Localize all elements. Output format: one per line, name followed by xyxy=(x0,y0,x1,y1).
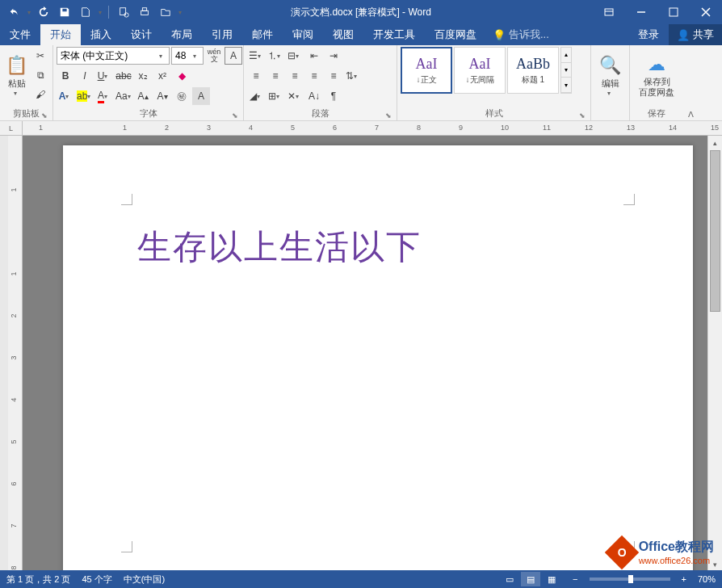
document-text[interactable]: 生存以上生活以下 xyxy=(137,225,422,270)
tab-baidu[interactable]: 百度网盘 xyxy=(425,24,486,45)
shrink-font-button[interactable]: A▾ xyxy=(153,87,171,105)
watermark-url: www.office26.com xyxy=(639,556,714,565)
clipboard-launcher[interactable]: ⬊ xyxy=(41,111,48,120)
find-button[interactable]: 🔍 编辑 ▾ xyxy=(594,47,626,105)
tab-developer[interactable]: 开发工具 xyxy=(363,24,425,45)
underline-button[interactable]: U▾ xyxy=(95,67,113,85)
distributed-button[interactable]: ≡ xyxy=(325,67,342,85)
style-normal[interactable]: AaI↓正文 xyxy=(401,47,452,94)
borders-button[interactable]: ⊞▾ xyxy=(267,87,284,105)
style-heading1[interactable]: AaBb标题 1 xyxy=(507,47,559,94)
styles-scroll-up[interactable]: ▴ xyxy=(561,48,571,63)
tab-design[interactable]: 设计 xyxy=(121,24,162,45)
open-button[interactable] xyxy=(156,2,175,22)
superscript-button[interactable]: x² xyxy=(153,67,171,85)
grow-font-button[interactable]: A▴ xyxy=(134,87,152,105)
multilevel-list-button[interactable]: ⊟▾ xyxy=(286,47,304,65)
text-effects-button[interactable]: A▾ xyxy=(57,87,74,105)
tab-insert[interactable]: 插入 xyxy=(81,24,121,45)
tell-me-search[interactable]: 💡告诉我... xyxy=(486,24,556,45)
strikethrough-button[interactable]: abc xyxy=(115,67,132,85)
change-case-button[interactable]: Aa▾ xyxy=(115,87,132,105)
qat-customize[interactable]: ▾ xyxy=(177,2,183,22)
clear-formatting-button[interactable]: ◆ xyxy=(173,67,191,85)
save-to-baidu-button[interactable]: ☁ 保存到 百度网盘 xyxy=(633,47,680,105)
styles-gallery[interactable]: AaI↓正文 AaI↓无间隔 AaBb标题 1 ▴ ▾ ▾ xyxy=(401,47,572,102)
tab-review[interactable]: 审阅 xyxy=(283,24,323,45)
phonetic-guide-button[interactable]: wén文 xyxy=(205,47,223,65)
zoom-level[interactable]: 70% xyxy=(698,574,716,584)
paragraph-launcher[interactable]: ⬊ xyxy=(385,111,392,120)
align-center-button[interactable]: ≡ xyxy=(267,67,284,85)
enclose-char-button[interactable]: ㊙ xyxy=(173,87,191,105)
minimize-button[interactable] xyxy=(625,0,657,24)
font-color-button[interactable]: A▾ xyxy=(95,87,113,105)
copy-button[interactable]: ⧉ xyxy=(31,66,49,84)
highlight-button[interactable]: ab▾ xyxy=(76,87,94,105)
new-dropdown[interactable]: ▾ xyxy=(97,2,103,22)
tab-file[interactable]: 文件 xyxy=(0,24,40,45)
tab-references[interactable]: 引用 xyxy=(202,24,242,45)
shading-button[interactable]: ◢▾ xyxy=(247,87,265,105)
ribbon-options-button[interactable] xyxy=(593,0,625,24)
paste-button[interactable]: 📋 粘贴 ▾ xyxy=(3,47,30,105)
maximize-button[interactable] xyxy=(657,0,690,24)
zoom-in-button[interactable]: + xyxy=(682,574,686,584)
character-border-button[interactable]: A xyxy=(225,47,242,65)
font-launcher[interactable]: ⬊ xyxy=(232,111,238,120)
zoom-out-button[interactable]: − xyxy=(573,574,577,584)
increase-indent-button[interactable]: ⇥ xyxy=(325,47,342,65)
sort-button[interactable]: A↓ xyxy=(305,87,323,105)
page[interactable]: 生存以上生活以下 xyxy=(63,145,693,572)
styles-scroll-down[interactable]: ▾ xyxy=(561,63,571,78)
login-button[interactable]: 登录 xyxy=(628,24,669,45)
vertical-ruler[interactable]: 112345678 xyxy=(8,136,23,572)
new-button[interactable] xyxy=(76,2,95,22)
styles-launcher[interactable]: ⬊ xyxy=(579,111,586,120)
format-painter-button[interactable]: 🖌 xyxy=(31,86,49,103)
redo-button[interactable] xyxy=(34,2,53,22)
save-button[interactable] xyxy=(55,2,74,22)
styles-expand[interactable]: ▾ xyxy=(561,78,571,93)
cut-button[interactable]: ✂ xyxy=(31,47,49,65)
numbering-button[interactable]: ⒈▾ xyxy=(267,47,284,65)
font-size-combo[interactable]: 48▾ xyxy=(171,47,204,65)
bold-button[interactable]: B xyxy=(57,67,74,85)
undo-dropdown[interactable]: ▾ xyxy=(26,2,32,22)
page-status[interactable]: 第 1 页，共 2 页 xyxy=(6,573,70,586)
collapse-ribbon-button[interactable]: ᐱ xyxy=(688,110,694,119)
close-button[interactable] xyxy=(690,0,722,24)
document-viewport[interactable]: 生存以上生活以下 xyxy=(23,136,707,572)
tab-view[interactable]: 视图 xyxy=(323,24,363,45)
character-shading-button[interactable]: A xyxy=(192,87,210,105)
decrease-indent-button[interactable]: ⇤ xyxy=(305,47,323,65)
tab-layout[interactable]: 布局 xyxy=(162,24,202,45)
asian-layout-button[interactable]: ✕▾ xyxy=(286,87,304,105)
italic-button[interactable]: I xyxy=(76,67,94,85)
scroll-thumb[interactable] xyxy=(710,150,720,312)
show-marks-button[interactable]: ¶ xyxy=(325,87,342,105)
language-status[interactable]: 中文(中国) xyxy=(124,573,165,586)
subscript-button[interactable]: x₂ xyxy=(134,67,152,85)
style-nospacing[interactable]: AaI↓无间隔 xyxy=(454,47,506,94)
line-spacing-button[interactable]: ⇅▾ xyxy=(344,67,362,85)
quick-print-button[interactable] xyxy=(135,2,154,22)
tab-mailings[interactable]: 邮件 xyxy=(242,24,283,45)
read-mode-button[interactable]: ▭ xyxy=(500,572,519,586)
print-preview-button[interactable] xyxy=(114,2,133,22)
scroll-up-button[interactable]: ▴ xyxy=(708,136,722,150)
justify-button[interactable]: ≡ xyxy=(305,67,323,85)
vertical-scrollbar[interactable]: ▴ ▾ xyxy=(707,136,722,572)
undo-button[interactable] xyxy=(5,2,24,22)
align-left-button[interactable]: ≡ xyxy=(247,67,265,85)
align-right-button[interactable]: ≡ xyxy=(286,67,304,85)
print-layout-button[interactable]: ▤ xyxy=(521,572,540,586)
web-layout-button[interactable]: ▦ xyxy=(542,572,561,586)
horizontal-ruler[interactable]: 1123456789101112131415 xyxy=(23,121,722,136)
zoom-slider[interactable] xyxy=(590,578,670,581)
tab-home[interactable]: 开始 xyxy=(40,24,81,45)
font-name-combo[interactable]: 宋体 (中文正文)▾ xyxy=(57,47,170,65)
word-count[interactable]: 45 个字 xyxy=(82,573,111,586)
bullets-button[interactable]: ☰▾ xyxy=(247,47,265,65)
share-button[interactable]: 👤共享 xyxy=(669,24,722,45)
